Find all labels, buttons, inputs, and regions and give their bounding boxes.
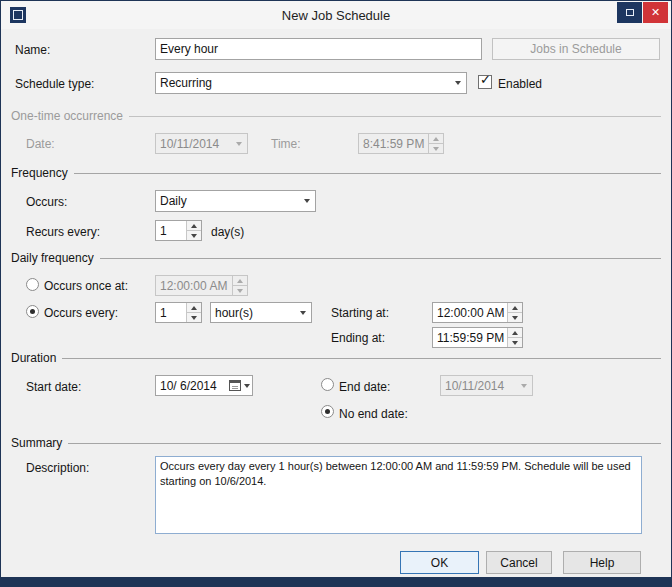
group-frequency: Frequency [11,166,661,180]
spin-up-button[interactable] [429,134,443,143]
arrow-down-icon [237,289,243,293]
arrow-up-icon [237,279,243,283]
one-time-date-select[interactable]: 10/11/2014 [155,133,248,154]
description-textarea[interactable]: Occurs every day every 1 hour(s) between… [155,456,642,534]
chevron-down-icon [298,191,315,211]
starting-at-spinner[interactable]: 12:00:00 AM [432,302,523,323]
no-end-date-label: No end date: [339,407,408,421]
ending-at-spinner[interactable]: 11:59:59 PM [432,327,523,348]
arrow-up-icon [433,137,439,141]
end-date-radio[interactable] [321,378,334,391]
group-one-time-occurrence: One-time occurrence [11,109,661,123]
arrow-up-icon [191,224,197,228]
chevron-down-icon [449,73,466,93]
spin-down-button[interactable] [187,312,201,322]
group-divider-line [129,116,661,117]
spin-down-button[interactable] [187,230,201,240]
help-button[interactable]: Help [563,551,641,574]
spin-down-button[interactable] [508,337,522,347]
spin-up-button[interactable] [508,328,522,337]
occurs-every-unit-select[interactable]: hour(s) [210,302,312,323]
titlebar-window-button[interactable] [617,2,642,23]
ending-at-label: Ending at: [331,331,385,345]
check-icon: ✓ [480,73,491,86]
group-divider-line [62,358,661,359]
arrow-down-icon [512,341,518,345]
arrow-down-icon [433,147,439,151]
ok-button[interactable]: OK [400,551,479,574]
spin-up-button[interactable] [233,276,247,285]
window-icon [626,9,634,16]
spin-down-button[interactable] [233,285,247,295]
close-button[interactable]: ✕ [643,2,668,23]
spin-up-button[interactable] [187,221,201,230]
arrow-up-icon [512,331,518,335]
cancel-button[interactable]: Cancel [486,551,552,574]
chevron-down-icon [244,384,250,388]
spin-down-button[interactable] [429,143,443,153]
occurs-once-time-spinner[interactable]: 12:00:00 AM [155,275,248,296]
spin-up-button[interactable] [508,303,522,312]
occurs-once-label: Occurs once at: [44,279,128,293]
name-input[interactable]: Every hour [155,38,482,60]
group-duration: Duration [11,351,661,365]
schedule-type-label: Schedule type: [15,77,94,91]
no-end-date-radio[interactable] [321,405,334,418]
enabled-label: Enabled [498,77,542,91]
group-divider-line [74,173,661,174]
enabled-checkbox[interactable]: ✓ [478,75,492,89]
one-time-time-spinner[interactable]: 8:41:59 PM [358,133,444,154]
arrow-up-icon [191,306,197,310]
recurs-every-label: Recurs every: [26,225,100,239]
occurs-every-label: Occurs every: [44,306,118,320]
start-date-label: Start date: [26,380,81,394]
description-label: Description: [26,461,89,475]
titlebar: New Job Schedule ✕ [1,1,671,29]
dialog-body: Name: Every hour Jobs in Schedule Schedu… [1,29,671,577]
recurs-unit-label: day(s) [211,225,244,239]
end-date-picker[interactable]: 10/11/2014 [440,375,533,396]
occurs-every-spinner[interactable]: 1 [155,302,202,323]
name-label: Name: [15,43,50,57]
arrow-down-icon [191,234,197,238]
time-label: Time: [271,137,301,151]
arrow-up-icon [512,306,518,310]
starting-at-label: Starting at: [331,306,389,320]
recurs-every-spinner[interactable]: 1 [155,220,202,241]
new-job-schedule-dialog: New Job Schedule ✕ Name: Every hour Jobs… [0,0,672,587]
spin-down-button[interactable] [508,312,522,322]
arrow-down-icon [191,316,197,320]
chevron-down-icon [230,134,247,153]
group-daily-frequency: Daily frequency [11,251,661,265]
occurs-once-radio[interactable] [26,278,39,291]
group-divider-line [100,258,661,259]
end-date-label: End date: [339,380,390,394]
close-icon: ✕ [651,7,660,18]
dialog-title: New Job Schedule [1,8,671,23]
occurs-select[interactable]: Daily [155,190,316,212]
start-date-picker[interactable]: 10/ 6/2014 [155,375,253,396]
group-summary: Summary [11,436,661,450]
calendar-icon [229,380,241,391]
group-divider-line [68,443,661,444]
jobs-in-schedule-button[interactable]: Jobs in Schedule [492,38,660,60]
date-label: Date: [26,137,55,151]
schedule-type-select[interactable]: Recurring [155,72,467,94]
arrow-down-icon [512,316,518,320]
calendar-dropdown-button[interactable] [226,376,252,395]
chevron-down-icon [294,303,311,322]
occurs-label: Occurs: [26,195,67,209]
spin-up-button[interactable] [187,303,201,312]
occurs-every-radio[interactable] [26,305,39,318]
chevron-down-icon [515,376,532,395]
